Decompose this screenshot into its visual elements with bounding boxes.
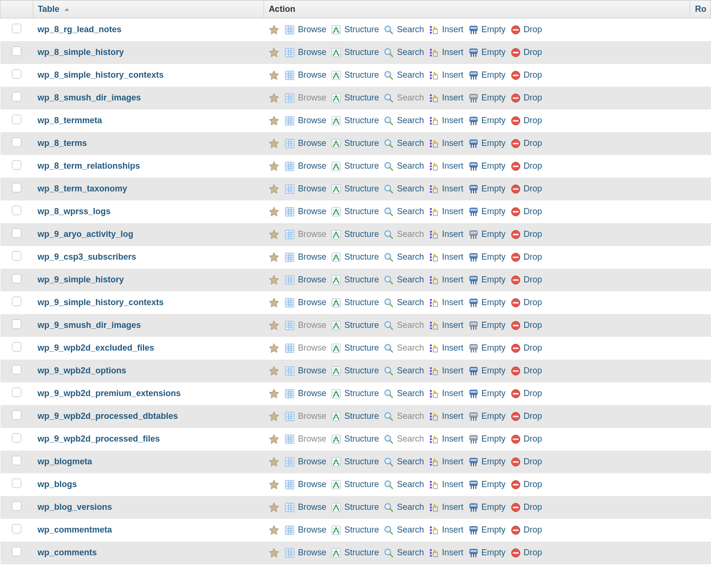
drop-action[interactable]: Drop	[510, 343, 542, 353]
structure-action[interactable]: Structure	[331, 479, 379, 490]
favorite-star-icon[interactable]	[268, 274, 280, 286]
insert-action[interactable]: Insert	[428, 25, 463, 35]
header-table-col[interactable]: Table	[33, 0, 264, 18]
favorite-star-icon[interactable]	[268, 388, 280, 399]
browse-action[interactable]: Browse	[284, 479, 326, 490]
row-checkbox[interactable]	[12, 274, 21, 283]
table-name-link[interactable]: wp_9_simple_history_contexts	[37, 298, 164, 307]
drop-action[interactable]: Drop	[510, 47, 542, 58]
empty-action[interactable]: Empty	[468, 275, 506, 285]
structure-action[interactable]: Structure	[331, 161, 379, 172]
drop-action[interactable]: Drop	[510, 275, 542, 285]
row-checkbox[interactable]	[12, 251, 21, 261]
insert-action[interactable]: Insert	[428, 320, 463, 331]
favorite-star-icon[interactable]	[268, 365, 280, 377]
favorite-star-icon[interactable]	[268, 115, 280, 127]
insert-action[interactable]: Insert	[428, 229, 463, 240]
favorite-star-icon[interactable]	[268, 411, 280, 422]
structure-action[interactable]: Structure	[331, 25, 379, 35]
table-name-link[interactable]: wp_8_simple_history_contexts	[37, 70, 164, 80]
empty-action[interactable]: Empty	[468, 47, 506, 58]
structure-action[interactable]: Structure	[331, 411, 379, 422]
favorite-star-icon[interactable]	[268, 24, 280, 36]
table-name-link[interactable]: wp_9_wpb2d_processed_files	[37, 434, 160, 443]
empty-action[interactable]: Empty	[468, 184, 506, 194]
favorite-star-icon[interactable]	[268, 547, 280, 559]
row-checkbox[interactable]	[12, 228, 21, 238]
browse-action[interactable]: Browse	[284, 184, 326, 194]
structure-action[interactable]: Structure	[331, 525, 379, 535]
drop-action[interactable]: Drop	[510, 389, 542, 399]
browse-action[interactable]: Browse	[284, 525, 326, 535]
empty-action[interactable]: Empty	[468, 343, 506, 353]
favorite-star-icon[interactable]	[268, 138, 280, 149]
favorite-star-icon[interactable]	[268, 252, 280, 263]
search-action[interactable]: Search	[383, 184, 424, 194]
drop-action[interactable]: Drop	[510, 70, 542, 81]
insert-action[interactable]: Insert	[428, 252, 463, 262]
drop-action[interactable]: Drop	[510, 548, 542, 558]
empty-action[interactable]: Empty	[468, 93, 506, 103]
favorite-star-icon[interactable]	[268, 456, 280, 468]
empty-action[interactable]: Empty	[468, 207, 506, 217]
insert-action[interactable]: Insert	[428, 184, 463, 194]
browse-action[interactable]: Browse	[284, 161, 326, 172]
browse-action[interactable]: Browse	[284, 116, 326, 126]
search-action[interactable]: Search	[383, 25, 424, 35]
table-name-link[interactable]: wp_blog_versions	[37, 502, 112, 512]
table-name-link[interactable]: wp_8_terms	[37, 138, 87, 148]
search-action[interactable]: Search	[383, 116, 424, 126]
row-checkbox[interactable]	[12, 547, 21, 556]
row-checkbox[interactable]	[12, 297, 21, 306]
empty-action[interactable]: Empty	[468, 161, 506, 172]
browse-action[interactable]: Browse	[284, 298, 326, 308]
search-action[interactable]: Search	[383, 207, 424, 217]
row-checkbox[interactable]	[12, 410, 21, 420]
empty-action[interactable]: Empty	[468, 457, 506, 467]
table-name-link[interactable]: wp_9_aryo_activity_log	[37, 229, 133, 239]
empty-action[interactable]: Empty	[468, 479, 506, 490]
insert-action[interactable]: Insert	[428, 298, 463, 308]
insert-action[interactable]: Insert	[428, 47, 463, 58]
row-checkbox[interactable]	[12, 479, 21, 488]
insert-action[interactable]: Insert	[428, 161, 463, 172]
drop-action[interactable]: Drop	[510, 207, 542, 217]
search-action[interactable]: Search	[383, 252, 424, 262]
structure-action[interactable]: Structure	[331, 275, 379, 285]
structure-action[interactable]: Structure	[331, 116, 379, 126]
favorite-star-icon[interactable]	[268, 434, 280, 445]
drop-action[interactable]: Drop	[510, 252, 542, 262]
drop-action[interactable]: Drop	[510, 93, 542, 103]
structure-action[interactable]: Structure	[331, 434, 379, 444]
insert-action[interactable]: Insert	[428, 366, 463, 376]
table-name-link[interactable]: wp_9_csp3_subscribers	[37, 252, 136, 262]
table-name-link[interactable]: wp_8_smush_dir_images	[37, 93, 141, 102]
row-checkbox[interactable]	[12, 183, 21, 192]
structure-action[interactable]: Structure	[331, 207, 379, 217]
empty-action[interactable]: Empty	[468, 70, 506, 81]
empty-action[interactable]: Empty	[468, 320, 506, 331]
search-action[interactable]: Search	[383, 525, 424, 535]
row-checkbox[interactable]	[12, 137, 21, 147]
structure-action[interactable]: Structure	[331, 389, 379, 399]
empty-action[interactable]: Empty	[468, 548, 506, 558]
favorite-star-icon[interactable]	[268, 502, 280, 513]
favorite-star-icon[interactable]	[268, 525, 280, 536]
row-checkbox[interactable]	[12, 456, 21, 465]
drop-action[interactable]: Drop	[510, 479, 542, 490]
structure-action[interactable]: Structure	[331, 298, 379, 308]
drop-action[interactable]: Drop	[510, 138, 542, 149]
empty-action[interactable]: Empty	[468, 525, 506, 535]
structure-action[interactable]: Structure	[331, 70, 379, 81]
empty-action[interactable]: Empty	[468, 25, 506, 35]
search-action[interactable]: Search	[383, 47, 424, 58]
empty-action[interactable]: Empty	[468, 434, 506, 444]
browse-action[interactable]: Browse	[284, 275, 326, 285]
drop-action[interactable]: Drop	[510, 229, 542, 240]
table-name-link[interactable]: wp_9_wpb2d_premium_extensions	[37, 389, 181, 398]
browse-action[interactable]: Browse	[284, 366, 326, 376]
row-checkbox[interactable]	[12, 69, 21, 79]
row-checkbox[interactable]	[12, 319, 21, 329]
insert-action[interactable]: Insert	[428, 479, 463, 490]
structure-action[interactable]: Structure	[331, 252, 379, 262]
